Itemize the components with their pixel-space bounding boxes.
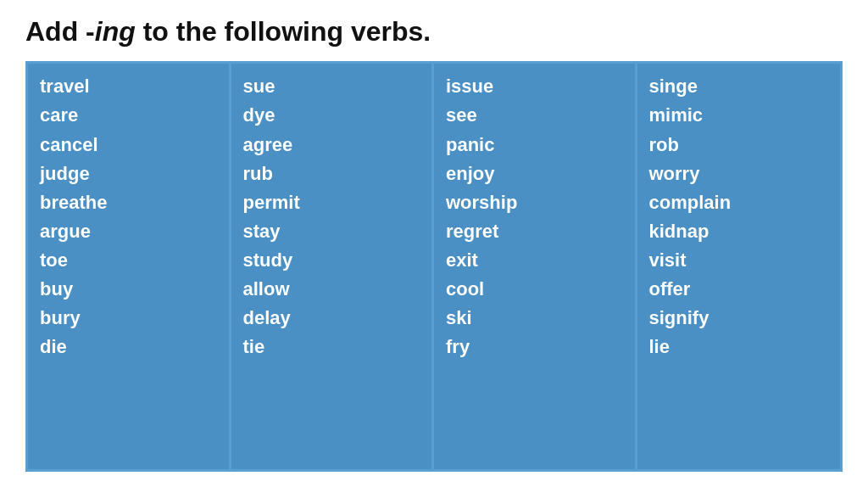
- verb-table: travelcarecanceljudgebreathearguetoebuyb…: [25, 61, 843, 472]
- verb-word: care: [40, 101, 217, 130]
- verb-word: die: [40, 333, 217, 361]
- verb-word: study: [243, 246, 420, 275]
- verb-word: panic: [446, 131, 623, 160]
- verb-column-2: suedyeagreerubpermitstaystudyallowdelayt…: [231, 64, 435, 469]
- verb-word: agree: [243, 131, 420, 160]
- verb-word: signify: [649, 304, 829, 333]
- verb-word: issue: [446, 72, 623, 101]
- verb-word: allow: [243, 275, 420, 304]
- verb-word: rub: [243, 160, 420, 188]
- verb-word: exit: [446, 246, 623, 275]
- verb-word: permit: [243, 188, 420, 217]
- verb-word: tie: [243, 333, 420, 361]
- verb-word: offer: [649, 275, 829, 304]
- verb-column-4: singemimicrobworrycomplainkidnapvisitoff…: [637, 64, 841, 469]
- verb-word: singe: [649, 72, 829, 101]
- verb-word: dye: [243, 101, 420, 130]
- verb-word: cancel: [40, 131, 217, 160]
- page-title: Add -ing to the following verbs.: [25, 15, 843, 48]
- verb-word: worry: [649, 160, 829, 188]
- verb-word: complain: [649, 188, 829, 217]
- verb-word: worship: [446, 188, 623, 217]
- verb-word: buy: [40, 275, 217, 304]
- verb-word: travel: [40, 72, 217, 101]
- verb-word: judge: [40, 160, 217, 188]
- verb-word: ski: [446, 304, 623, 333]
- verb-word: stay: [243, 217, 420, 246]
- verb-column-1: travelcarecanceljudgebreathearguetoebuyb…: [28, 64, 231, 469]
- verb-word: kidnap: [649, 217, 829, 246]
- verb-word: breathe: [40, 188, 217, 217]
- verb-word: cool: [446, 275, 623, 304]
- verb-word: mimic: [649, 101, 829, 130]
- verb-column-3: issueseepanicenjoyworshipregretexitcools…: [434, 64, 637, 469]
- verb-word: rob: [649, 131, 829, 160]
- verb-word: delay: [243, 304, 420, 333]
- verb-word: fry: [446, 333, 623, 361]
- verb-word: toe: [40, 246, 217, 275]
- verb-word: bury: [40, 304, 217, 333]
- verb-word: lie: [649, 333, 829, 361]
- verb-word: visit: [649, 246, 829, 275]
- verb-word: regret: [446, 217, 623, 246]
- verb-word: see: [446, 101, 623, 130]
- verb-word: argue: [40, 217, 217, 246]
- verb-word: enjoy: [446, 160, 623, 188]
- verb-word: sue: [243, 72, 420, 101]
